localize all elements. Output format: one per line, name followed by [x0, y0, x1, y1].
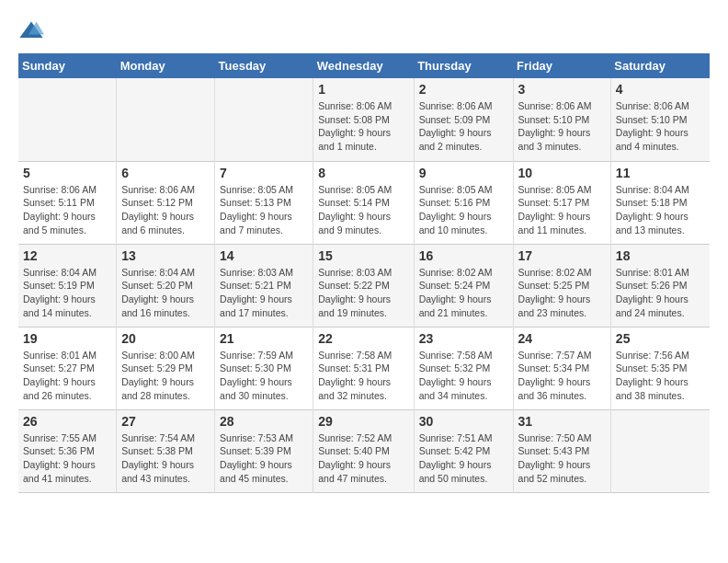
day-number: 17	[518, 248, 606, 263]
day-info: Sunrise: 7:58 AMSunset: 5:31 PMDaylight:…	[318, 349, 408, 403]
logo	[18, 18, 48, 44]
day-info: Sunrise: 8:03 AMSunset: 5:22 PMDaylight:…	[318, 266, 408, 320]
calendar-cell	[610, 409, 710, 492]
day-number: 28	[220, 414, 308, 429]
day-info: Sunrise: 7:57 AMSunset: 5:34 PMDaylight:…	[518, 349, 606, 403]
calendar-cell: 22Sunrise: 7:58 AMSunset: 5:31 PMDayligh…	[313, 327, 414, 409]
day-info: Sunrise: 8:05 AMSunset: 5:13 PMDaylight:…	[220, 183, 308, 237]
calendar-cell: 14Sunrise: 8:03 AMSunset: 5:21 PMDayligh…	[215, 244, 313, 327]
calendar-cell: 19Sunrise: 8:01 AMSunset: 5:27 PMDayligh…	[18, 327, 117, 409]
calendar-cell: 8Sunrise: 8:05 AMSunset: 5:14 PMDaylight…	[313, 161, 414, 244]
day-header-monday: Monday	[117, 53, 215, 78]
day-number: 13	[121, 248, 210, 263]
calendar-cell: 4Sunrise: 8:06 AMSunset: 5:10 PMDaylight…	[610, 78, 710, 161]
calendar-header-row: SundayMondayTuesdayWednesdayThursdayFrid…	[18, 53, 710, 78]
day-info: Sunrise: 7:56 AMSunset: 5:35 PMDaylight:…	[616, 349, 705, 403]
day-info: Sunrise: 7:58 AMSunset: 5:32 PMDaylight:…	[419, 349, 508, 403]
day-number: 23	[419, 331, 508, 346]
calendar-cell: 27Sunrise: 7:54 AMSunset: 5:38 PMDayligh…	[117, 409, 215, 492]
calendar-cell: 10Sunrise: 8:05 AMSunset: 5:17 PMDayligh…	[513, 161, 610, 244]
day-info: Sunrise: 8:06 AMSunset: 5:11 PMDaylight:…	[23, 183, 111, 237]
day-info: Sunrise: 7:51 AMSunset: 5:42 PMDaylight:…	[419, 431, 508, 486]
day-number: 9	[419, 166, 508, 180]
day-number: 10	[518, 166, 606, 180]
calendar-cell: 31Sunrise: 7:50 AMSunset: 5:43 PMDayligh…	[513, 409, 610, 492]
calendar-week-row: 5Sunrise: 8:06 AMSunset: 5:11 PMDaylight…	[18, 161, 710, 244]
calendar-cell: 11Sunrise: 8:04 AMSunset: 5:18 PMDayligh…	[610, 161, 710, 244]
calendar-cell: 20Sunrise: 8:00 AMSunset: 5:29 PMDayligh…	[117, 327, 215, 409]
calendar-cell: 5Sunrise: 8:06 AMSunset: 5:11 PMDaylight…	[18, 161, 117, 244]
calendar-cell: 15Sunrise: 8:03 AMSunset: 5:22 PMDayligh…	[313, 244, 414, 327]
day-header-saturday: Saturday	[610, 53, 710, 78]
calendar-cell: 29Sunrise: 7:52 AMSunset: 5:40 PMDayligh…	[313, 409, 414, 492]
day-info: Sunrise: 8:05 AMSunset: 5:14 PMDaylight:…	[318, 183, 408, 237]
day-number: 1	[318, 82, 408, 97]
calendar-cell: 12Sunrise: 8:04 AMSunset: 5:19 PMDayligh…	[18, 244, 117, 327]
calendar-table: SundayMondayTuesdayWednesdayThursdayFrid…	[18, 53, 710, 493]
day-number: 22	[318, 331, 408, 346]
calendar-cell: 28Sunrise: 7:53 AMSunset: 5:39 PMDayligh…	[215, 409, 313, 492]
day-number: 3	[518, 82, 606, 97]
calendar-cell	[215, 78, 313, 161]
day-info: Sunrise: 8:05 AMSunset: 5:17 PMDaylight:…	[518, 183, 606, 237]
day-number: 25	[616, 331, 705, 346]
calendar-cell: 2Sunrise: 8:06 AMSunset: 5:09 PMDaylight…	[414, 78, 513, 161]
calendar-cell: 25Sunrise: 7:56 AMSunset: 5:35 PMDayligh…	[610, 327, 710, 409]
calendar-cell: 3Sunrise: 8:06 AMSunset: 5:10 PMDaylight…	[513, 78, 610, 161]
day-info: Sunrise: 8:06 AMSunset: 5:08 PMDaylight:…	[318, 99, 408, 154]
day-header-wednesday: Wednesday	[313, 53, 414, 78]
day-info: Sunrise: 8:04 AMSunset: 5:18 PMDaylight:…	[616, 183, 705, 237]
calendar-cell: 7Sunrise: 8:05 AMSunset: 5:13 PMDaylight…	[215, 161, 313, 244]
day-info: Sunrise: 8:06 AMSunset: 5:12 PMDaylight:…	[121, 183, 210, 237]
day-number: 5	[23, 166, 111, 180]
page-header	[18, 18, 710, 44]
day-number: 20	[121, 331, 210, 346]
day-header-thursday: Thursday	[414, 53, 513, 78]
day-number: 19	[23, 331, 111, 346]
day-info: Sunrise: 8:06 AMSunset: 5:10 PMDaylight:…	[518, 99, 606, 154]
day-number: 7	[220, 166, 308, 180]
day-number: 2	[419, 82, 508, 97]
day-info: Sunrise: 8:01 AMSunset: 5:26 PMDaylight:…	[616, 266, 705, 320]
day-info: Sunrise: 8:01 AMSunset: 5:27 PMDaylight:…	[23, 349, 111, 403]
day-info: Sunrise: 8:02 AMSunset: 5:25 PMDaylight:…	[518, 266, 606, 320]
day-number: 12	[23, 248, 111, 263]
calendar-week-row: 19Sunrise: 8:01 AMSunset: 5:27 PMDayligh…	[18, 327, 710, 409]
calendar-cell: 13Sunrise: 8:04 AMSunset: 5:20 PMDayligh…	[117, 244, 215, 327]
day-info: Sunrise: 7:55 AMSunset: 5:36 PMDaylight:…	[23, 431, 111, 486]
day-number: 21	[220, 331, 308, 346]
day-number: 14	[220, 248, 308, 263]
calendar-cell: 23Sunrise: 7:58 AMSunset: 5:32 PMDayligh…	[414, 327, 513, 409]
day-number: 29	[318, 414, 408, 429]
day-number: 16	[419, 248, 508, 263]
calendar-cell: 24Sunrise: 7:57 AMSunset: 5:34 PMDayligh…	[513, 327, 610, 409]
day-number: 11	[616, 166, 705, 180]
day-info: Sunrise: 8:04 AMSunset: 5:19 PMDaylight:…	[23, 266, 111, 320]
day-info: Sunrise: 7:59 AMSunset: 5:30 PMDaylight:…	[220, 349, 308, 403]
day-info: Sunrise: 7:54 AMSunset: 5:38 PMDaylight:…	[121, 431, 210, 486]
day-number: 27	[121, 414, 210, 429]
calendar-cell: 16Sunrise: 8:02 AMSunset: 5:24 PMDayligh…	[414, 244, 513, 327]
day-header-sunday: Sunday	[18, 53, 117, 78]
day-number: 18	[616, 248, 705, 263]
calendar-cell: 1Sunrise: 8:06 AMSunset: 5:08 PMDaylight…	[313, 78, 414, 161]
logo-icon	[18, 18, 44, 44]
day-header-friday: Friday	[513, 53, 610, 78]
calendar-week-row: 1Sunrise: 8:06 AMSunset: 5:08 PMDaylight…	[18, 78, 710, 161]
day-info: Sunrise: 7:53 AMSunset: 5:39 PMDaylight:…	[220, 431, 308, 486]
calendar-cell: 6Sunrise: 8:06 AMSunset: 5:12 PMDaylight…	[117, 161, 215, 244]
day-info: Sunrise: 8:00 AMSunset: 5:29 PMDaylight:…	[121, 349, 210, 403]
day-info: Sunrise: 8:06 AMSunset: 5:10 PMDaylight:…	[616, 99, 705, 154]
day-number: 31	[518, 414, 606, 429]
calendar-week-row: 26Sunrise: 7:55 AMSunset: 5:36 PMDayligh…	[18, 409, 710, 492]
day-info: Sunrise: 7:52 AMSunset: 5:40 PMDaylight:…	[318, 431, 408, 486]
day-header-tuesday: Tuesday	[215, 53, 313, 78]
day-number: 8	[318, 166, 408, 180]
day-number: 30	[419, 414, 508, 429]
day-number: 6	[121, 166, 210, 180]
day-number: 15	[318, 248, 408, 263]
day-info: Sunrise: 8:05 AMSunset: 5:16 PMDaylight:…	[419, 183, 508, 237]
day-info: Sunrise: 8:02 AMSunset: 5:24 PMDaylight:…	[419, 266, 508, 320]
day-number: 26	[23, 414, 111, 429]
calendar-cell: 18Sunrise: 8:01 AMSunset: 5:26 PMDayligh…	[610, 244, 710, 327]
